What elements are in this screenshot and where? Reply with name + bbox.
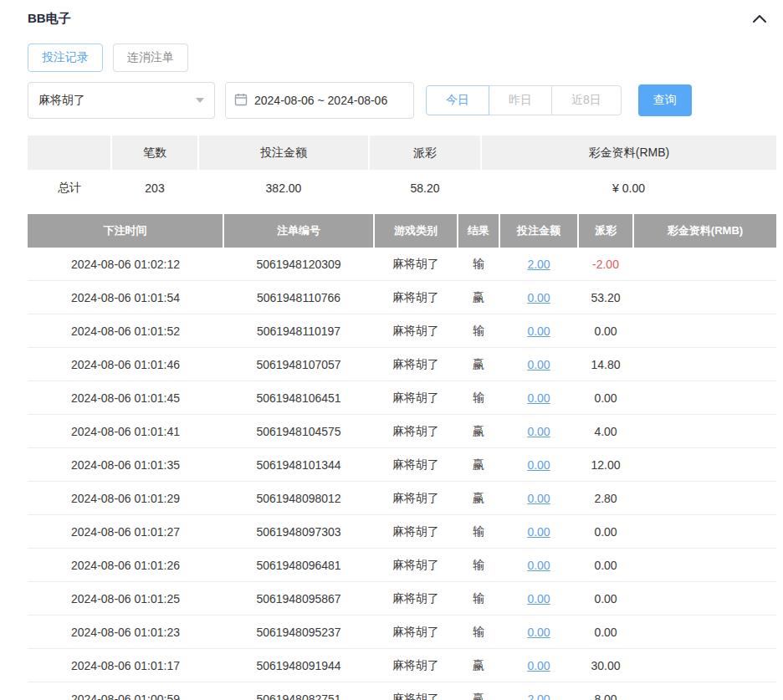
cell-order: 5061948096481: [223, 549, 374, 582]
search-button[interactable]: 查询: [638, 84, 692, 116]
bet-amount-link[interactable]: 0.00: [527, 659, 550, 672]
cell-order: 5061948095237: [223, 616, 374, 649]
cell-bet: 0.00: [499, 515, 578, 549]
bet-amount-link[interactable]: 0.00: [527, 458, 550, 472]
cell-game: 麻将胡了: [374, 616, 458, 649]
today-button[interactable]: 今日: [426, 85, 489, 115]
panel-header: BB电子: [28, 8, 776, 28]
cell-result: 输: [458, 381, 499, 415]
cell-result: 输: [458, 314, 499, 348]
cell-bet: 0.00: [499, 649, 578, 682]
panel: BB电子 投注记录 连消注单 麻将胡了 2024-08-06 ~ 2024-08…: [0, 0, 783, 700]
tab-bet-records[interactable]: 投注记录: [28, 43, 103, 72]
bet-amount-link[interactable]: 2.00: [527, 692, 550, 700]
cell-payout: 0.00: [578, 549, 633, 582]
cell-time: 2024-08-06 01:01:35: [28, 448, 223, 482]
cell-order: 5061948110766: [223, 281, 374, 314]
cell-payout: 2.80: [578, 482, 633, 515]
date-range-input[interactable]: 2024-08-06 ~ 2024-08-06: [225, 82, 414, 119]
cell-bet: 0.00: [499, 549, 578, 582]
summary-header-blank: [28, 135, 111, 170]
cell-bet: 0.00: [499, 381, 578, 415]
cell-game: 麻将胡了: [374, 515, 458, 549]
cell-payout: 12.00: [578, 448, 633, 482]
bet-amount-link[interactable]: 0.00: [527, 291, 550, 304]
table-row: 2024-08-06 01:01:525061948110197麻将胡了输0.0…: [28, 314, 776, 348]
table-row: 2024-08-06 01:01:295061948098012麻将胡了赢0.0…: [28, 482, 776, 515]
cell-time: 2024-08-06 01:01:41: [28, 415, 223, 448]
cell-result: 赢: [458, 281, 499, 314]
table-row: 2024-08-06 01:00:595061948082751麻将胡了赢2.0…: [28, 682, 776, 700]
header-order-number: 注单编号: [223, 214, 374, 248]
bet-table: 下注时间 注单编号 游戏类别 结果 投注金额 派彩 彩金资料(RMB) 2024…: [28, 214, 776, 700]
game-select[interactable]: 麻将胡了: [28, 82, 215, 119]
bet-amount-link[interactable]: 0.00: [527, 592, 550, 605]
quick-date-buttons: 今日 昨日 近8日: [426, 85, 622, 115]
cell-payout: 0.00: [578, 582, 633, 616]
cell-bet: 0.00: [499, 281, 578, 314]
tab-cancelled-bets[interactable]: 连消注单: [113, 43, 188, 72]
cell-payout: 0.00: [578, 381, 633, 415]
table-row: 2024-08-06 01:01:355061948101344麻将胡了赢0.0…: [28, 448, 776, 482]
cell-jackpot: [633, 248, 776, 281]
cell-result: 输: [458, 549, 499, 582]
cell-bet: 0.00: [499, 616, 578, 649]
cell-time: 2024-08-06 01:01:26: [28, 549, 223, 582]
cell-order: 5061948106451: [223, 381, 374, 415]
cell-jackpot: [633, 582, 776, 616]
table-row: 2024-08-06 01:02:125061948120309麻将胡了输2.0…: [28, 248, 776, 281]
bet-amount-link[interactable]: 0.00: [527, 492, 550, 505]
chevron-down-icon: [196, 98, 204, 103]
table-row: 2024-08-06 01:01:265061948096481麻将胡了输0.0…: [28, 549, 776, 582]
cell-result: 赢: [458, 348, 499, 381]
cell-jackpot: [633, 415, 776, 448]
cell-jackpot: [633, 448, 776, 482]
cell-game: 麻将胡了: [374, 549, 458, 582]
bet-table-body: 2024-08-06 01:02:125061948120309麻将胡了输2.0…: [28, 248, 776, 700]
cell-time: 2024-08-06 01:01:25: [28, 582, 223, 616]
cell-result: 赢: [458, 482, 499, 515]
cell-result: 赢: [458, 448, 499, 482]
bet-amount-link[interactable]: 0.00: [527, 425, 550, 438]
bet-amount-link[interactable]: 0.00: [527, 324, 550, 338]
bet-amount-link[interactable]: 0.00: [527, 525, 550, 539]
cell-game: 麻将胡了: [374, 415, 458, 448]
cell-payout: 0.00: [578, 314, 633, 348]
cell-order: 5061948104575: [223, 415, 374, 448]
summary-payout: 58.20: [369, 170, 481, 206]
summary-total-row: 总计 203 382.00 58.20 ¥ 0.00: [28, 170, 776, 206]
chevron-up-icon: [753, 13, 766, 25]
cell-jackpot: [633, 314, 776, 348]
bet-amount-link[interactable]: 0.00: [527, 358, 550, 371]
cell-time: 2024-08-06 01:01:23: [28, 616, 223, 649]
cell-result: 输: [458, 515, 499, 549]
summary-table: 笔数 投注金额 派彩 彩金资料(RMB) 总计 203 382.00 58.20…: [28, 135, 776, 206]
cell-time: 2024-08-06 01:01:54: [28, 281, 223, 314]
cell-order: 5061948095867: [223, 582, 374, 616]
cell-bet: 0.00: [499, 482, 578, 515]
table-row: 2024-08-06 01:01:545061948110766麻将胡了赢0.0…: [28, 281, 776, 314]
cell-order: 5061948107057: [223, 348, 374, 381]
last-8-days-button[interactable]: 近8日: [551, 85, 622, 115]
table-row: 2024-08-06 01:01:175061948091944麻将胡了赢0.0…: [28, 649, 776, 682]
cell-game: 麻将胡了: [374, 649, 458, 682]
bet-amount-link[interactable]: 0.00: [527, 626, 550, 639]
collapse-button[interactable]: [751, 11, 768, 27]
summary-header-payout: 派彩: [369, 135, 481, 170]
cell-time: 2024-08-06 01:01:27: [28, 515, 223, 549]
cell-payout: 8.00: [578, 682, 633, 700]
cell-game: 麻将胡了: [374, 482, 458, 515]
cell-bet: 2.00: [499, 682, 578, 700]
yesterday-button[interactable]: 昨日: [489, 85, 552, 115]
summary-header-jackpot: 彩金资料(RMB): [481, 135, 776, 170]
cell-payout: 30.00: [578, 649, 633, 682]
cell-game: 麻将胡了: [374, 682, 458, 700]
bet-amount-link[interactable]: 2.00: [527, 258, 550, 271]
header-jackpot: 彩金资料(RMB): [633, 214, 776, 248]
bet-amount-link[interactable]: 0.00: [527, 559, 550, 572]
summary-header-row: 笔数 投注金额 派彩 彩金资料(RMB): [28, 135, 776, 170]
cell-time: 2024-08-06 01:00:59: [28, 682, 223, 700]
cell-jackpot: [633, 381, 776, 415]
table-row: 2024-08-06 01:01:455061948106451麻将胡了输0.0…: [28, 381, 776, 415]
bet-amount-link[interactable]: 0.00: [527, 391, 550, 405]
